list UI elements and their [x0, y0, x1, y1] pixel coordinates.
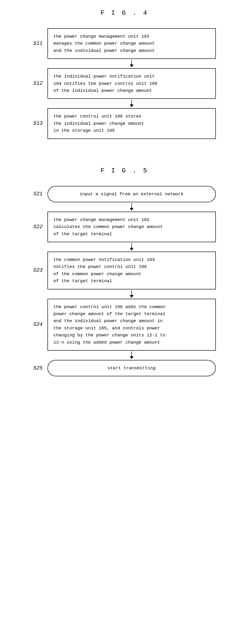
arrow-s22-s23 [34, 242, 216, 252]
fig5-title: F I G . 5 [101, 167, 148, 174]
step-box-s12: the individual power notification unit 1… [48, 68, 216, 99]
step-label-s13: S13 [34, 120, 48, 126]
arrow-s11-s12 [34, 59, 216, 68]
step-box-s21: input a signal from an external network [48, 186, 216, 202]
step-box-s23: the common power notification unit 103 n… [48, 252, 216, 290]
step-box-s22: the power change management unit 102 cal… [48, 212, 216, 242]
arrow-s21-s22 [34, 202, 216, 212]
step-label-s21: S21 [34, 191, 48, 197]
step-row-s25: S25 start transmitting [34, 360, 216, 376]
arrow-s12-s13 [34, 99, 216, 108]
arrow-down-icon [130, 243, 133, 251]
fig4-diagram: S11 the power change management unit 102… [34, 28, 216, 139]
page: F I G . 4 S11 the power change managemen… [0, 0, 249, 386]
arrow-down-icon [130, 100, 133, 107]
step-row-s13: S13 the power control unit 106 stores th… [34, 108, 216, 139]
step-box-s11: the power change management unit 102 man… [48, 28, 216, 59]
fig4-title: F I G . 4 [101, 9, 148, 16]
step-label-s22: S22 [34, 224, 48, 230]
step-row-s22: S22 the power change management unit 102… [34, 212, 216, 242]
arrow-down-icon [130, 60, 133, 67]
arrow-s24-s25 [34, 350, 216, 360]
step-label-s12: S12 [34, 80, 48, 86]
step-row-s24: S24 the power control unit 106 adds the … [34, 299, 216, 350]
fig5-diagram: S21 input a signal from an external netw… [34, 186, 216, 376]
step-label-s24: S24 [34, 322, 48, 328]
arrow-down-icon [130, 203, 133, 211]
arrow-s23-s24 [34, 290, 216, 299]
step-label-s23: S23 [34, 268, 48, 273]
step-box-s13: the power control unit 106 stores the in… [48, 108, 216, 139]
arrow-down-icon [130, 290, 133, 298]
step-label-s11: S11 [34, 41, 48, 46]
step-box-s24: the power control unit 106 adds the comm… [48, 299, 216, 350]
step-label-s25: S25 [34, 365, 48, 371]
step-row-s21: S21 input a signal from an external netw… [34, 186, 216, 202]
step-row-s23: S23 the common power notification unit 1… [34, 252, 216, 290]
arrow-down-icon [130, 352, 133, 359]
step-box-s25: start transmitting [48, 360, 216, 376]
step-row-s11: S11 the power change management unit 102… [34, 28, 216, 59]
step-row-s12: S12 the individual power notification un… [34, 68, 216, 99]
